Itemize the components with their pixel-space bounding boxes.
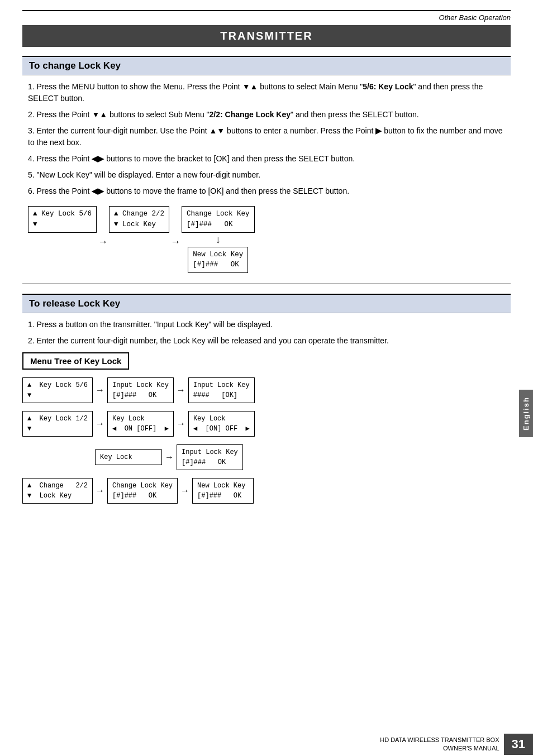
step-4: 4. Press the Point ◀▶ buttons to move th…: [28, 153, 505, 165]
footer-line2: OWNER'S MANUAL: [443, 745, 499, 752]
transmitter-title: TRANSMITTER: [22, 25, 511, 47]
tree-arrow-1-2: →: [174, 385, 188, 395]
tree-row-1: ▲ Key Lock 5/6▼ → Input Lock Key[#]### O…: [22, 377, 511, 403]
tree-box-4-1: ▲ Change 2/2▼ Lock Key: [22, 478, 93, 504]
arrow-down: ↓: [216, 234, 221, 246]
tree-arrow-4-2: →: [178, 486, 192, 496]
page: Other Basic Operation TRANSMITTER To cha…: [0, 10, 533, 756]
step-3: 3. Enter the current four-digit number. …: [28, 125, 505, 149]
footer-text: HD DATA WIRELESS TRANSMITTER BOX OWNER'S…: [380, 736, 503, 753]
step-6: 6. Press the Point ◀▶ buttons to move th…: [28, 185, 505, 197]
diagram-col-2: ▲ Change 2/2 ▼ Lock Key: [109, 206, 169, 233]
release-step-2: 2. Enter the current four-digit number, …: [28, 335, 505, 347]
release-step-1: 1. Press a button on the transmitter. "I…: [28, 319, 505, 331]
footer-line1: HD DATA WIRELESS TRANSMITTER BOX: [380, 736, 499, 743]
diagram-col-3: Change Lock Key [#]### OK ↓ New Lock Key…: [182, 206, 255, 273]
tree-arrow-1-1: →: [93, 385, 107, 395]
box2-line2: ▼ Lock Key: [114, 221, 156, 228]
tree-box-2-3: Key Lock◀ [ON] OFF ▶: [188, 411, 255, 437]
tree-box-3-3: Input Lock Key[#]### OK: [177, 444, 243, 470]
release-lock-key-content: 1. Press a button on the transmitter. "I…: [28, 319, 505, 347]
tree-arrow-4-1: →: [93, 486, 107, 496]
diagram-box-2: ▲ Change 2/2 ▼ Lock Key: [109, 206, 169, 233]
divider-1: [22, 283, 511, 284]
change-lock-key-steps: 1. Press the MENU button to show the Men…: [28, 81, 505, 197]
diagram-box-4: New Lock Key [#]### OK: [188, 247, 248, 274]
tree-box-4-3: New Lock Key[#]### OK: [192, 478, 254, 504]
box3-line2: [#]### OK: [187, 221, 233, 228]
tree-box-1-1: ▲ Key Lock 5/6▼: [22, 377, 93, 403]
english-tab: English: [519, 390, 533, 437]
tree-row-3: Key Lock → Input Lock Key[#]### OK: [95, 444, 511, 470]
release-lock-key-steps: 1. Press a button on the transmitter. "I…: [28, 319, 505, 347]
step-5: 5. "New Lock Key" will be displayed. Ent…: [28, 169, 505, 181]
tree-box-1-3: Input Lock Key#### [OK]: [188, 377, 255, 403]
box1-line2: ▼: [33, 221, 37, 228]
footer: HD DATA WIRELESS TRANSMITTER BOX OWNER'S…: [0, 734, 533, 755]
footer-page-num: 31: [504, 734, 533, 755]
arrow-2: →: [170, 232, 180, 248]
release-lock-key-heading: To release Lock Key: [22, 294, 511, 313]
step-2: 2. Press the Point ▼▲ buttons to select …: [28, 109, 505, 121]
menu-tree-section: Menu Tree of Key Lock ▲ Key Lock 5/6▼ → …: [22, 352, 511, 504]
tree-arrow-3-2: →: [162, 452, 177, 462]
tree-row-2: ▲ Key Lock 1/2▼ → Key Lock◀ ON [OFF] ▶ →…: [22, 411, 511, 437]
box3-line1: Change Lock Key: [187, 210, 250, 218]
change-lock-key-heading: To change Lock Key: [22, 56, 511, 75]
diagram-box-1: ▲ Key Lock 5/6 ▼: [28, 206, 97, 233]
arrow-1: →: [98, 232, 108, 248]
tree-box-2-1: ▲ Key Lock 1/2▼: [22, 411, 93, 437]
tree-box-1-2: Input Lock Key[#]### OK: [107, 377, 174, 403]
tree-row-4: ▲ Change 2/2▼ Lock Key → Change Lock Key…: [22, 478, 511, 504]
step-1: 1. Press the MENU button to show the Men…: [28, 81, 505, 104]
change-lock-key-content: 1. Press the MENU button to show the Men…: [28, 81, 505, 197]
tree-arrow-2-1: →: [93, 419, 107, 429]
tree-box-2-2: Key Lock◀ ON [OFF] ▶: [107, 411, 174, 437]
change-lock-key-diagram: ▲ Key Lock 5/6 ▼ → ▲ Change 2/2 ▼ Lock K…: [28, 206, 505, 273]
diagram-col-1: ▲ Key Lock 5/6 ▼: [28, 206, 97, 233]
box2-line1: ▲ Change 2/2: [114, 210, 164, 218]
other-basic-label: Other Basic Operation: [22, 11, 511, 25]
box4-line1: New Lock Key: [193, 251, 243, 259]
tree-box-3-2: Key Lock: [95, 449, 162, 465]
menu-tree-title: Menu Tree of Key Lock: [22, 352, 129, 370]
diagram-box-3: Change Lock Key [#]### OK: [182, 206, 255, 233]
tree-arrow-2-2: →: [174, 419, 188, 429]
box1-line1: ▲ Key Lock 5/6: [33, 210, 92, 218]
tree-box-4-2: Change Lock Key[#]### OK: [107, 478, 178, 504]
box4-line2: [#]### OK: [193, 261, 239, 269]
